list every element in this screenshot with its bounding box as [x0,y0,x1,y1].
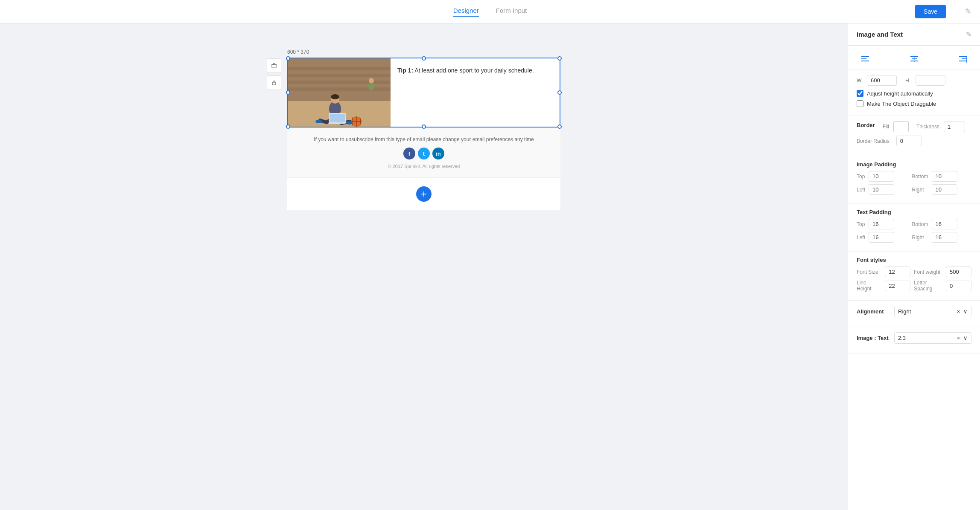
height-input[interactable] [916,75,945,86]
letter-spacing-label: Letter Spacing [914,280,942,292]
handle-tc[interactable] [422,56,426,61]
thickness-label: Thickness [916,124,939,130]
wh-section: W H Adjust height automatically Make The… [848,70,980,116]
image-text-block: Tip 1: At least add one sport to your da… [288,58,560,127]
alignment-arrow-icon[interactable]: ∨ [963,308,968,315]
image-text-arrow-icon[interactable]: ∨ [963,335,968,341]
alignment-dropdown[interactable]: Right × ∨ [894,306,971,317]
alignment-label: Alignment [857,308,891,315]
img-pad-top-input[interactable] [869,171,894,182]
letter-spacing-input[interactable] [946,281,971,291]
handle-mr[interactable] [557,90,562,95]
footer-block: If you want to unsubscribe from this typ… [287,128,560,177]
block-image [288,58,391,127]
handle-ml[interactable] [286,90,290,95]
align-center-button[interactable] [906,52,923,66]
txt-pad-top-label: Top [857,221,865,227]
social-twitter-icon[interactable]: t [418,148,430,159]
handle-tr[interactable] [557,56,562,61]
panel-title: Image and Text [857,31,903,38]
panel-edit-icon[interactable]: ✎ [966,30,971,38]
border-radius-input[interactable] [896,136,922,146]
social-facebook-icon[interactable]: f [403,148,415,159]
txt-pad-right-input[interactable] [932,232,957,243]
align-right-button[interactable] [954,52,971,66]
font-size-label: Font Size [857,269,881,275]
save-button[interactable]: Save [915,5,946,18]
email-container: 600 * 370 [287,49,560,210]
border-section: Border Fill Thickness Border Radius [848,116,980,156]
handle-bl[interactable] [286,125,290,129]
image-padding-section: Image Padding Top Bottom Left Right [848,156,980,204]
svg-rect-5 [272,82,276,85]
font-weight-input[interactable] [946,267,971,277]
adjust-height-checkbox[interactable] [857,90,863,97]
alignment-section: Alignment Right × ∨ [848,301,980,327]
align-left-button[interactable] [857,52,874,66]
header-edit-icon[interactable]: ✎ [965,7,971,16]
image-text-dropdown[interactable]: 2:3 × ∨ [894,332,971,344]
txt-pad-bottom-label: Bottom [912,221,928,227]
header: Designer Form Input Save ✎ [0,0,980,23]
border-fill-box[interactable] [893,121,909,132]
svg-rect-10 [288,81,391,84]
width-input[interactable] [867,75,897,86]
image-text-clear-icon[interactable]: × [957,335,960,341]
add-block-button[interactable]: + [416,186,432,202]
header-tabs: Designer Form Input [453,7,527,17]
font-styles-section: Font styles Font Size Font weight Line H… [848,252,980,301]
selected-block[interactable]: Tip 1: At least add one sport to your da… [287,58,560,128]
handle-br[interactable] [557,125,562,129]
line-height-input[interactable] [885,281,910,291]
svg-point-28 [346,121,353,125]
img-pad-left-input[interactable] [869,184,894,195]
font-size-input[interactable] [885,267,910,277]
img-pad-bottom-input[interactable] [932,171,957,182]
text-padding-title: Text Padding [857,209,971,215]
svg-rect-9 [288,74,391,77]
fill-label: Fill [883,124,889,130]
alignment-clear-icon[interactable]: × [957,308,960,315]
social-linkedin-icon[interactable]: in [432,148,444,159]
font-size-weight-grid: Font Size Font weight Line Height Letter… [857,267,971,292]
delete-tool-btn[interactable] [267,58,281,73]
draggable-row: Make The Object Draggable [857,100,971,107]
line-height-label: Line Height [857,280,881,292]
image-padding-grid: Top Bottom Left Right [857,171,971,195]
adjust-height-row: Adjust height automatically [857,90,971,97]
draggable-checkbox[interactable] [857,100,863,107]
adjust-height-label: Adjust height automatically [867,90,933,97]
tab-form-input[interactable]: Form Input [496,7,527,17]
right-panel: Image and Text ✎ [848,23,980,510]
handle-tl[interactable] [286,56,290,61]
handle-bc[interactable] [422,125,426,129]
footer-unsubscribe: If you want to unsubscribe from this typ… [296,136,552,142]
border-row: Border Fill Thickness [857,121,971,132]
img-pad-bottom-label: Bottom [912,174,928,180]
svg-rect-0 [272,64,276,68]
image-text-label: Image : Text [857,335,891,341]
image-text-ratio-row: Image : Text 2:3 × ∨ [857,332,971,344]
wh-row: W H [857,75,971,86]
block-tools [267,58,281,90]
social-icons: f t in [296,148,552,159]
text-padding-section: Text Padding Top Bottom Left Right [848,204,980,252]
img-pad-top-label: Top [857,174,865,180]
txt-pad-top-input[interactable] [869,219,894,229]
align-row [848,46,980,70]
txt-pad-left-input[interactable] [869,232,894,243]
img-pad-right-input[interactable] [932,184,957,195]
lock-tool-btn[interactable] [267,75,281,90]
height-label: H [905,78,912,84]
border-radius-row: Border Radius [857,136,971,146]
svg-rect-7 [288,58,391,101]
text-padding-grid: Top Bottom Left Right [857,219,971,243]
tab-designer[interactable]: Designer [453,7,479,17]
txt-pad-left-label: Left [857,235,865,241]
svg-point-26 [369,78,374,83]
image-text-ratio-section: Image : Text 2:3 × ∨ [848,327,980,354]
draggable-label: Make The Object Draggable [867,101,936,107]
thickness-input[interactable] [944,122,965,132]
txt-pad-bottom-input[interactable] [932,219,957,229]
img-pad-left-label: Left [857,187,865,193]
